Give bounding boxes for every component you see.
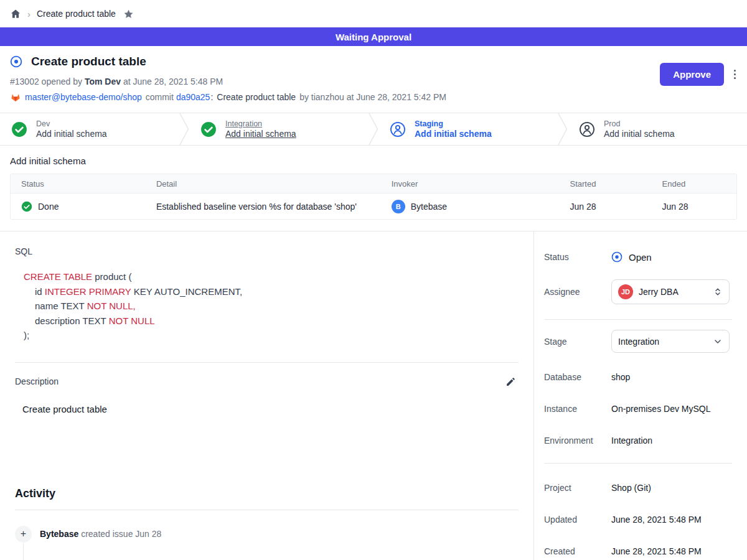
divider [544, 319, 732, 320]
breadcrumb: › Create product table [0, 0, 747, 27]
assignee-select[interactable]: JD Jerry DBA [611, 279, 730, 304]
created-value: June 28, 2021 5:48 PM [611, 546, 702, 556]
assignee-avatar: JD [618, 284, 633, 299]
stage-env-label: Integration [225, 119, 296, 128]
activity-timeline: + Bytebase created issue Jun 28 [15, 526, 519, 543]
status-value: Open [629, 252, 652, 263]
stage-separator [179, 113, 189, 145]
table-row[interactable]: Done Established baseline version %s for… [11, 194, 736, 219]
approve-button[interactable]: Approve [660, 63, 724, 86]
database-value: shop [611, 372, 630, 382]
col-status: Status [11, 179, 146, 189]
vcs-commit-author-time: by tianzhou at June 28, 2021 5:42 PM [299, 92, 446, 102]
task-section-title: Add initial schema [10, 156, 737, 166]
divider [15, 362, 519, 363]
updated-label: Updated [544, 515, 611, 525]
sql-text: id [35, 286, 45, 297]
task-started: Jun 28 [570, 202, 596, 212]
stage-select[interactable]: Integration [611, 330, 730, 353]
task-detail: Established baseline version %s for data… [156, 202, 357, 212]
sql-text: KEY AUTO_INCREMENT, [131, 286, 242, 297]
issue-open-status-icon [10, 55, 22, 68]
task-table-header: Status Detail Invoker Started Ended [11, 174, 736, 194]
assignee-value: Jerry DBA [639, 287, 707, 297]
environment-label: Environment [544, 436, 611, 446]
approval-banner: Waiting Approval [0, 27, 747, 46]
stage-done-check-icon [200, 121, 217, 138]
issue-author: Tom Dev [85, 77, 121, 86]
sql-section-label: SQL [15, 246, 519, 256]
instance-value: On-premises Dev MySQL [611, 404, 710, 414]
favorite-star-icon[interactable] [123, 9, 134, 19]
sql-keyword: NOT NULL, [87, 301, 136, 311]
bytebase-issue-page: › Create product table Waiting Approval … [0, 0, 747, 560]
stage-done-check-icon [11, 121, 27, 138]
task-table: Status Detail Invoker Started Ended Done… [10, 174, 737, 220]
pipeline-stage-bar: Dev Add initial schema Integration Add i… [0, 113, 747, 146]
vcs-branch-link[interactable]: master@bytebase-demo/shop [25, 92, 142, 102]
stage-pending-approval-icon [390, 121, 406, 138]
issue-header: Create product table #13002 opened by To… [0, 46, 747, 113]
environment-value: Integration [611, 436, 652, 446]
stage-env-label: Dev [36, 119, 107, 128]
invoker-avatar: B [392, 200, 405, 213]
stage-dev[interactable]: Dev Add initial schema [0, 113, 179, 145]
home-icon[interactable] [10, 8, 21, 19]
sql-text: name TEXT [35, 301, 87, 311]
breadcrumb-chevron-icon: › [27, 9, 31, 19]
database-label: Database [544, 372, 611, 382]
vcs-commit-row: master@bytebase-demo/shop commit da90a25… [10, 91, 737, 103]
gitlab-icon [10, 91, 21, 103]
description-label: Description [15, 376, 59, 386]
issue-meta: #13002 opened by Tom Dev at June 28, 202… [10, 77, 737, 86]
stage-env-label: Staging [415, 119, 492, 128]
page-title: Create product table [31, 55, 146, 68]
activity-entry: + Bytebase created issue Jun 28 [15, 526, 519, 543]
task-invoker: Bytebase [411, 202, 447, 212]
stage-value: Integration [618, 337, 707, 347]
edit-pencil-icon[interactable] [505, 376, 516, 387]
created-label: Created [544, 546, 611, 556]
task-section: Add initial schema Status Detail Invoker… [0, 146, 747, 231]
stage-staging[interactable]: Staging Add initial schema [378, 113, 558, 145]
timeline-connector [23, 543, 24, 560]
description-text: Create product table [22, 404, 519, 414]
sql-text: description TEXT [35, 315, 109, 326]
col-ended: Ended [652, 179, 736, 189]
issue-sidebar: Status Open Assignee JD Jerry DBA Stage [534, 231, 747, 560]
project-value: Shop (Git) [611, 483, 651, 493]
more-actions-icon[interactable] [733, 67, 737, 82]
issue-opened-time: at June 28, 2021 5:48 PM [123, 77, 223, 86]
instance-label: Instance [544, 404, 611, 414]
sql-text: ); [24, 330, 29, 340]
stage-task-label: Add initial schema [604, 129, 675, 139]
breadcrumb-current: Create product table [37, 9, 116, 19]
stage-env-label: Prod [604, 119, 675, 128]
stage-separator [369, 113, 378, 145]
stage-task-label: Add initial schema [415, 129, 492, 139]
sql-keyword: CREATE TABLE [24, 271, 92, 282]
stage-integration[interactable]: Integration Add initial schema [189, 113, 369, 145]
issue-main-panel: SQL CREATE TABLE product ( id INTEGER PR… [0, 231, 534, 560]
stage-task-label: Add initial schema [225, 129, 296, 139]
chevron-down-icon [713, 337, 723, 347]
status-label: Status [544, 252, 611, 262]
sql-keyword: NOT NULL [109, 315, 155, 326]
approval-banner-text: Waiting Approval [336, 32, 411, 42]
divider [544, 463, 732, 464]
col-detail: Detail [146, 179, 381, 189]
issue-id-text: #13002 opened by [10, 77, 82, 86]
project-label: Project [544, 483, 611, 493]
vcs-commit-hash-link[interactable]: da90a25 [176, 92, 210, 102]
chevron-up-down-icon [713, 287, 723, 297]
stage-prod[interactable]: Prod Add initial schema [568, 113, 747, 145]
task-ended: Jun 28 [662, 202, 688, 212]
stage-separator [558, 113, 568, 145]
open-status-icon [611, 251, 622, 263]
assignee-label: Assignee [544, 287, 611, 297]
stage-task-label: Add initial schema [36, 129, 107, 139]
done-check-icon [21, 201, 32, 212]
activity-section-label: Activity [15, 487, 519, 500]
col-started: Started [559, 179, 651, 189]
activity-action: created issue Jun 28 [81, 529, 161, 539]
